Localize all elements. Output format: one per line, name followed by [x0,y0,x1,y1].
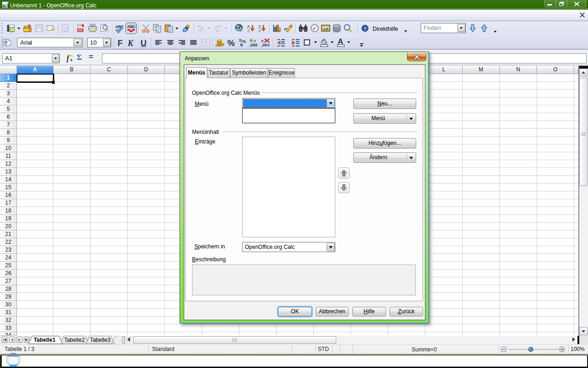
svg-text:0: 0 [267,43,270,47]
svg-text:,00: ,00 [261,43,267,47]
svg-text:%: % [242,39,246,44]
svg-text:Tabelle1: Tabelle1 [34,337,55,343]
svg-text:?: ? [363,26,366,31]
svg-text:Tabelle3: Tabelle3 [90,337,111,343]
svg-text:,000: ,000 [249,43,258,47]
svg-text:x: x [70,57,73,62]
svg-text:A: A [258,29,261,33]
svg-text:Tabelle2: Tabelle2 [64,337,85,343]
svg-text:Z: Z [247,29,250,33]
svg-text:ABC: ABC [127,24,136,29]
svg-text:S: S [239,38,242,43]
svg-text:PDF: PDF [78,29,83,32]
